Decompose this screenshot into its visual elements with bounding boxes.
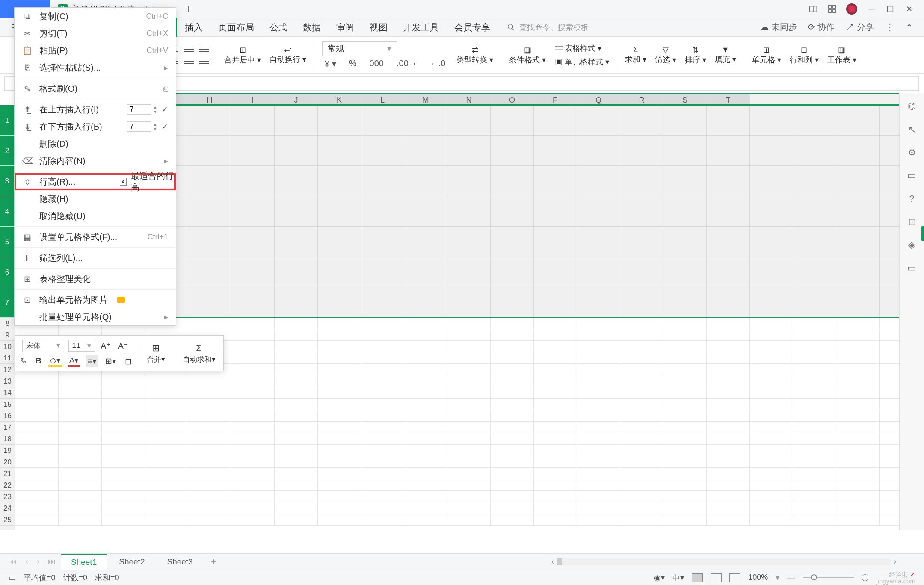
cell[interactable]	[447, 387, 491, 398]
cell[interactable]	[275, 468, 318, 479]
cell[interactable]	[836, 105, 880, 135]
close-button[interactable]: ✕	[904, 4, 914, 14]
cell[interactable]	[707, 502, 750, 514]
cell[interactable]	[361, 352, 404, 363]
cell[interactable]	[231, 445, 275, 456]
cell[interactable]	[318, 479, 361, 490]
cell[interactable]	[404, 341, 447, 352]
cell[interactable]	[275, 422, 318, 433]
grid-row[interactable]	[15, 433, 899, 445]
cell[interactable]	[15, 514, 59, 525]
cell[interactable]	[275, 456, 318, 467]
cell[interactable]	[577, 375, 620, 387]
cell[interactable]	[663, 399, 707, 410]
cell[interactable]	[231, 468, 275, 479]
cell[interactable]	[793, 491, 836, 502]
cell[interactable]	[836, 433, 880, 444]
cell[interactable]	[534, 136, 577, 165]
cell[interactable]	[577, 491, 620, 502]
cell[interactable]	[361, 257, 404, 287]
cell[interactable]	[836, 456, 880, 467]
location-icon[interactable]: ◈	[908, 239, 915, 251]
cell[interactable]	[534, 166, 577, 196]
cell[interactable]	[275, 445, 318, 456]
cell[interactable]	[361, 445, 404, 456]
confirm-icon[interactable]: ✓	[162, 105, 168, 114]
mini-format-painter-icon[interactable]: ✎	[18, 356, 29, 366]
cell[interactable]	[577, 433, 620, 444]
grid-row[interactable]	[15, 479, 899, 491]
cell[interactable]	[750, 410, 793, 421]
cell[interactable]	[577, 364, 620, 375]
col-header-Q[interactable]: Q	[577, 94, 620, 104]
cell[interactable]	[188, 502, 231, 514]
cell[interactable]	[145, 410, 188, 421]
cell[interactable]	[318, 433, 361, 444]
cell[interactable]	[577, 479, 620, 490]
cell[interactable]	[318, 166, 361, 196]
cell[interactable]	[145, 502, 188, 514]
confirm-icon[interactable]: ✓	[162, 122, 168, 131]
menu-layout[interactable]: 页面布局	[210, 18, 262, 37]
cell[interactable]	[577, 105, 620, 135]
cell[interactable]	[491, 422, 534, 433]
cell[interactable]	[534, 341, 577, 352]
sheet-tab-1[interactable]: Sheet1	[61, 554, 107, 570]
cell[interactable]	[102, 514, 145, 525]
add-sheet-button[interactable]: +	[205, 556, 223, 568]
cell[interactable]	[102, 387, 145, 398]
cell[interactable]	[534, 287, 577, 317]
cell[interactable]	[577, 387, 620, 398]
ctx-copy[interactable]: ⧉复制(C)Ctrl+C	[15, 8, 176, 25]
cell[interactable]	[145, 387, 188, 398]
cell[interactable]	[404, 456, 447, 467]
cell[interactable]	[361, 196, 404, 226]
decrease-decimal-icon[interactable]: ←.0	[427, 59, 448, 68]
cell[interactable]	[793, 375, 836, 387]
cell[interactable]	[750, 479, 793, 490]
cell[interactable]	[404, 318, 447, 329]
col-header-H[interactable]: H	[188, 94, 231, 104]
cell[interactable]	[620, 227, 663, 257]
cell[interactable]	[447, 352, 491, 363]
cell[interactable]	[534, 318, 577, 329]
cell[interactable]	[620, 136, 663, 165]
cell[interactable]	[663, 387, 707, 398]
settings-slider-icon[interactable]: ⚙	[908, 147, 916, 158]
ctx-export-image[interactable]: ⊡输出单元格为图片	[15, 291, 176, 308]
cell[interactable]	[793, 422, 836, 433]
cell[interactable]	[231, 227, 275, 257]
cell[interactable]	[750, 196, 793, 226]
fill-button[interactable]: ▼填充 ▾	[711, 45, 740, 65]
cell[interactable]	[577, 341, 620, 352]
col-header-I[interactable]: I	[231, 94, 275, 104]
cell[interactable]	[793, 456, 836, 467]
cell[interactable]	[663, 433, 707, 444]
cell[interactable]	[447, 287, 491, 317]
mini-font-color-icon[interactable]: A▾	[68, 355, 81, 367]
cell[interactable]	[275, 375, 318, 387]
cell[interactable]	[491, 166, 534, 196]
cell[interactable]	[447, 329, 491, 340]
cell[interactable]	[663, 491, 707, 502]
ctx-unhide[interactable]: 取消隐藏(U)	[15, 207, 176, 225]
cell[interactable]	[663, 514, 707, 525]
cell[interactable]	[534, 422, 577, 433]
cell[interactable]	[577, 352, 620, 363]
cell[interactable]	[836, 491, 880, 502]
cell[interactable]	[793, 341, 836, 352]
cell[interactable]	[577, 166, 620, 196]
cell[interactable]	[750, 433, 793, 444]
cell[interactable]	[361, 491, 404, 502]
cell[interactable]	[750, 166, 793, 196]
cell[interactable]	[275, 136, 318, 165]
mini-bold-icon[interactable]: B	[34, 356, 43, 366]
cell[interactable]	[491, 341, 534, 352]
cell[interactable]	[15, 433, 59, 444]
cell[interactable]	[275, 318, 318, 329]
table-style-button[interactable]: ▤ 表格样式 ▾	[555, 43, 601, 53]
cell[interactable]	[145, 468, 188, 479]
cell[interactable]	[59, 456, 102, 467]
cell[interactable]	[793, 468, 836, 479]
cell[interactable]	[275, 491, 318, 502]
